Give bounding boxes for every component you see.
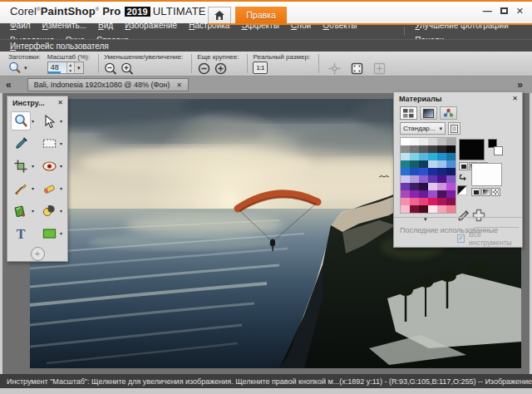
color-swatch[interactable] [401, 145, 410, 153]
fit-image-button[interactable] [350, 62, 364, 76]
edit-workspace-tab[interactable]: Правка [235, 7, 287, 23]
eraser-tool[interactable] [39, 179, 59, 198]
document-tab-close-icon[interactable]: ✕ [176, 81, 182, 89]
color-swatch[interactable] [428, 190, 437, 198]
dropper-tool[interactable] [11, 134, 31, 153]
selection-tool[interactable] [39, 134, 59, 153]
color-swatch[interactable] [437, 183, 446, 190]
color-swatch[interactable] [401, 205, 410, 213]
color-swatch[interactable] [428, 138, 437, 145]
color-swatch[interactable] [446, 175, 456, 183]
paint-brush-tool-flyout-caret-icon[interactable]: ▾ [32, 185, 36, 191]
minimize-button[interactable]: — [483, 6, 492, 16]
close-button[interactable]: ✕ [516, 6, 524, 16]
selection-tool-flyout-caret-icon[interactable]: ▾ [60, 140, 64, 146]
color-swatch[interactable] [437, 205, 446, 213]
color-swatch[interactable] [401, 175, 410, 183]
color-swatch[interactable] [410, 138, 419, 145]
color-swatch[interactable] [437, 190, 446, 198]
color-swatch[interactable] [419, 160, 428, 168]
color-swatch[interactable] [410, 168, 419, 175]
pan-center-button[interactable] [328, 62, 342, 76]
mini-background-swatch[interactable] [494, 146, 503, 155]
maximize-button[interactable] [500, 7, 508, 14]
palette-options-button[interactable] [448, 122, 461, 135]
increase-button[interactable] [214, 62, 228, 76]
paint-brush-tool[interactable] [11, 179, 31, 198]
materials-panel-header[interactable]: Материалы ✕ [394, 92, 522, 105]
color-swatch[interactable] [401, 198, 410, 205]
color-swatch[interactable] [401, 168, 410, 175]
color-swatch[interactable] [401, 138, 410, 145]
color-swatch[interactable] [410, 153, 419, 160]
color-swatch[interactable] [410, 183, 419, 190]
color-swatch[interactable] [410, 190, 419, 198]
bg-solid-button[interactable] [471, 188, 480, 196]
color-swatch[interactable] [419, 190, 428, 198]
color-swatch[interactable] [419, 205, 428, 213]
color-swatch[interactable] [437, 198, 446, 205]
zoom-tool[interactable] [11, 111, 31, 131]
color-swatch[interactable] [446, 153, 456, 160]
color-swatch[interactable] [446, 183, 456, 190]
color-swatch[interactable] [437, 160, 446, 168]
color-swatch[interactable] [428, 198, 437, 205]
zoom-dropdown-button[interactable]: ▾ [74, 62, 83, 73]
color-swatch[interactable] [410, 175, 419, 183]
color-swatch[interactable] [428, 168, 437, 175]
text-tool[interactable]: T [11, 224, 31, 243]
materials-panel-close-icon[interactable]: ✕ [512, 95, 518, 102]
color-swatch[interactable] [446, 198, 456, 205]
color-swatch[interactable] [446, 138, 456, 145]
color-swatch[interactable] [446, 168, 456, 175]
shape-tool[interactable] [39, 224, 59, 243]
bg-gradient-button[interactable] [481, 188, 490, 196]
color-swatch[interactable] [410, 198, 419, 205]
color-swatch[interactable] [437, 168, 446, 175]
bg-pattern-button[interactable] [491, 188, 500, 196]
add-tool-icon[interactable]: + [31, 247, 45, 261]
presets-button[interactable] [8, 62, 22, 74]
presets-caret-icon[interactable]: ▾ [24, 65, 27, 71]
color-swatch[interactable] [419, 153, 428, 160]
color-swatch[interactable] [419, 138, 428, 145]
flood-fill-tool[interactable] [11, 201, 31, 220]
gradient-tab[interactable] [420, 106, 437, 120]
color-swatch[interactable] [437, 175, 446, 183]
color-swatch[interactable] [428, 153, 437, 160]
crop-tool[interactable] [11, 156, 31, 175]
tools-panel-header[interactable]: Инстру... ✕ [7, 96, 67, 109]
color-swatch[interactable] [428, 175, 437, 183]
color-swatch[interactable] [419, 183, 428, 190]
crop-tool-flyout-caret-icon[interactable]: ▾ [32, 163, 36, 169]
color-swatch[interactable] [428, 145, 437, 153]
color-swatch[interactable] [401, 190, 410, 198]
color-swatch[interactable] [437, 138, 446, 145]
flood-fill-tool-flyout-caret-icon[interactable]: ▾ [32, 208, 36, 214]
zoom-tool-flyout-caret-icon[interactable]: ▾ [32, 118, 36, 124]
color-swatch[interactable] [401, 153, 410, 160]
color-swatch[interactable] [410, 145, 419, 153]
pick-tool[interactable] [39, 111, 59, 131]
zoom-in-button[interactable] [121, 62, 135, 76]
color-swatch[interactable] [419, 168, 428, 175]
color-swatch[interactable] [419, 175, 428, 183]
foreground-color-swatch[interactable] [459, 139, 485, 160]
color-swatch[interactable] [410, 160, 419, 168]
actual-size-button[interactable]: 1:1 [253, 62, 268, 74]
eraser-tool-flyout-caret-icon[interactable]: ▾ [60, 185, 64, 191]
home-tab[interactable] [208, 7, 231, 23]
clone-tool[interactable] [39, 201, 59, 220]
zoom-value-field[interactable]: 48 [48, 62, 66, 73]
mixer-tab[interactable] [440, 106, 457, 120]
swatches-tab[interactable] [400, 106, 417, 120]
fit-window-button[interactable] [372, 62, 387, 76]
black-white-reset-icon[interactable] [457, 184, 467, 199]
red-eye-tool-flyout-caret-icon[interactable]: ▾ [60, 163, 64, 169]
color-swatch[interactable] [419, 145, 428, 153]
color-swatch[interactable] [419, 198, 428, 205]
color-swatch[interactable] [437, 145, 446, 153]
decrease-button[interactable] [197, 62, 211, 76]
color-swatch[interactable] [428, 160, 437, 168]
color-swatch[interactable] [437, 153, 446, 160]
